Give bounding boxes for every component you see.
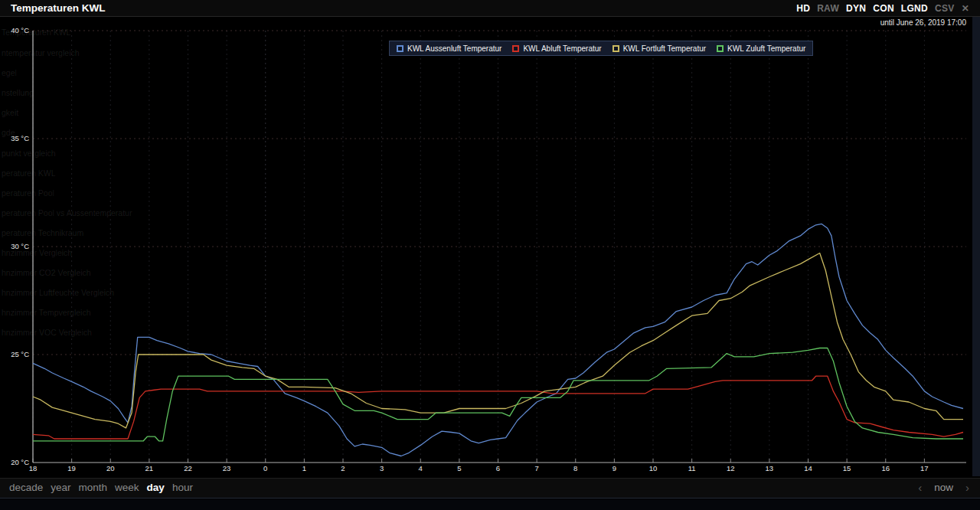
time-range-label: until June 26, 2019 17:00 <box>880 18 966 27</box>
lgnd-button[interactable]: LGND <box>901 3 928 14</box>
legend-item-fortluft[interactable]: KWL Fortluft Temperatur <box>612 44 706 53</box>
scrollbar-track[interactable] <box>972 17 980 476</box>
legend-label: KWL Zuluft Temperatur <box>727 44 805 53</box>
range-month[interactable]: month <box>79 482 108 493</box>
legend-swatch-green <box>717 45 724 52</box>
hd-button[interactable]: HD <box>796 3 810 14</box>
x-tick-label: 23 <box>223 464 231 472</box>
legend-swatch-blue <box>397 45 403 52</box>
dyn-button[interactable]: DYN <box>846 3 866 14</box>
x-tick-label: 20 <box>106 464 115 472</box>
x-tick-label: 8 <box>573 464 577 472</box>
header-controls: HD RAW DYN CON LGND CSV ✕ <box>796 3 969 14</box>
x-tick-label: 14 <box>804 464 812 472</box>
chart-canvas[interactable]: 1819202122230123456789101112131415161740… <box>0 0 980 476</box>
x-tick-label: 1 <box>302 464 306 472</box>
close-icon[interactable]: ✕ <box>962 3 969 14</box>
raw-button[interactable]: RAW <box>817 3 839 14</box>
x-tick-label: 4 <box>419 464 423 472</box>
x-tick-label: 7 <box>534 464 538 472</box>
y-tick-label: 30 °C <box>11 242 29 250</box>
legend-swatch-yellow <box>612 45 619 52</box>
x-tick-label: 15 <box>843 464 851 472</box>
footer-bar: decade year month week day hour ‹ now › <box>0 478 980 499</box>
next-arrow-icon[interactable]: › <box>965 481 969 494</box>
x-tick-label: 13 <box>766 464 774 472</box>
range-week[interactable]: week <box>115 482 139 493</box>
con-button[interactable]: CON <box>873 3 894 14</box>
legend-label: KWL Abluft Temperatur <box>523 44 601 53</box>
csv-button[interactable]: CSV <box>935 3 955 14</box>
y-tick-label: 40 °C <box>11 26 29 34</box>
x-tick-label: 2 <box>341 464 345 472</box>
app-window: 1819202122230123456789101112131415161740… <box>0 0 980 510</box>
x-tick-label: 19 <box>67 464 76 472</box>
x-tick-label: 5 <box>457 464 461 472</box>
x-tick-label: 17 <box>920 464 929 472</box>
x-tick-label: 11 <box>688 464 696 472</box>
x-tick-label: 10 <box>649 464 658 472</box>
x-tick-label: 22 <box>184 464 192 472</box>
now-button[interactable]: now <box>934 482 953 493</box>
x-tick-label: 18 <box>29 464 38 472</box>
legend-item-zuluft[interactable]: KWL Zuluft Temperatur <box>717 44 805 53</box>
prev-arrow-icon[interactable]: ‹ <box>918 481 922 494</box>
x-tick-label: 6 <box>496 464 500 472</box>
x-tick-label: 0 <box>263 464 267 472</box>
top-bar: Temperaturen KWL HD RAW DYN CON LGND CSV… <box>0 0 980 17</box>
y-tick-label: 35 °C <box>11 134 29 142</box>
range-day[interactable]: day <box>147 482 165 493</box>
x-tick-label: 12 <box>727 464 735 472</box>
range-hour[interactable]: hour <box>172 482 193 493</box>
x-tick-label: 16 <box>881 464 890 472</box>
chart-legend: KWL Aussenluft Temperatur KWL Abluft Tem… <box>389 41 813 56</box>
page-title: Temperaturen KWL <box>11 2 106 14</box>
range-selector: decade year month week day hour <box>9 482 193 493</box>
legend-item-abluft[interactable]: KWL Abluft Temperatur <box>512 44 601 53</box>
y-tick-label: 20 °C <box>11 458 29 466</box>
range-year[interactable]: year <box>51 482 70 493</box>
bottom-strip <box>0 499 980 510</box>
legend-label: KWL Aussenluft Temperatur <box>407 44 501 53</box>
y-tick-label: 25 °C <box>11 350 29 358</box>
legend-swatch-red <box>512 45 519 52</box>
time-nav: ‹ now › <box>918 481 969 494</box>
x-tick-label: 9 <box>612 464 616 472</box>
legend-item-aussenluft[interactable]: KWL Aussenluft Temperatur <box>397 44 501 53</box>
x-tick-label: 21 <box>145 464 154 472</box>
legend-label: KWL Fortluft Temperatur <box>623 44 706 53</box>
x-tick-label: 3 <box>380 464 384 472</box>
range-decade[interactable]: decade <box>9 482 43 493</box>
